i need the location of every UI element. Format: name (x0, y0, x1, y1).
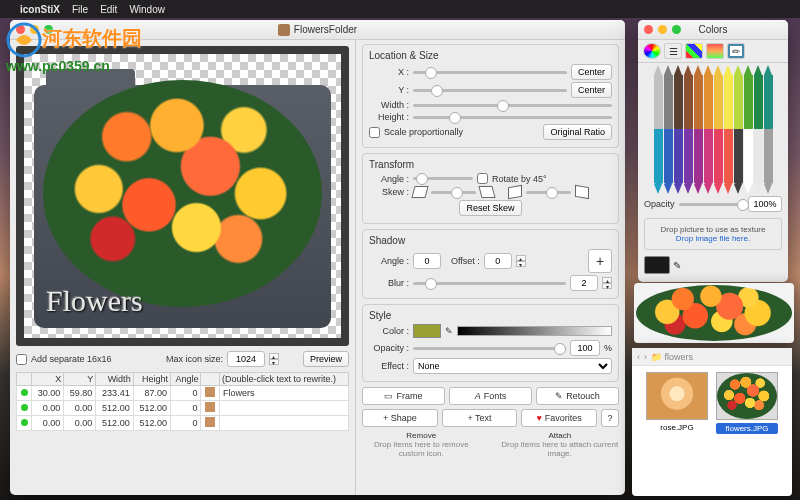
layers-table[interactable]: XYWidthHeightAngle(Double-click text to … (16, 372, 349, 431)
pencil-color[interactable] (714, 75, 723, 130)
shadow-preview[interactable]: + (588, 249, 612, 273)
preview-button[interactable]: Preview (303, 351, 349, 367)
pencil-color[interactable] (734, 75, 743, 130)
shadow-offset-input[interactable] (484, 253, 512, 269)
fwd-icon[interactable]: › (644, 352, 647, 362)
pencil-color[interactable] (684, 129, 693, 184)
pencil-color[interactable] (724, 129, 733, 184)
table-header[interactable]: Y (64, 373, 96, 386)
pencil-color[interactable] (684, 75, 693, 130)
canvas[interactable]: Flowers (16, 46, 349, 346)
sliders-icon[interactable]: ☰ (664, 43, 682, 59)
add-16x16-checkbox[interactable] (16, 354, 27, 365)
original-ratio-button[interactable]: Original Ratio (543, 124, 612, 140)
blur-input[interactable] (570, 275, 598, 291)
bouquet-image[interactable] (43, 80, 322, 307)
zoom-icon[interactable] (44, 25, 53, 34)
pencils-icon[interactable]: ✏ (727, 43, 745, 59)
eyedropper-icon[interactable]: ✎ (445, 326, 453, 336)
remove-dropzone[interactable]: RemoveDrop items here to remove custom i… (362, 431, 481, 458)
table-header[interactable]: X (32, 373, 64, 386)
pencil-color[interactable] (654, 75, 663, 130)
minimize-icon[interactable] (30, 25, 39, 34)
width-slider[interactable] (413, 104, 612, 107)
offset-stepper[interactable]: ▴▾ (516, 255, 526, 267)
x-slider[interactable] (413, 71, 567, 74)
max-icon-input[interactable] (227, 351, 265, 367)
current-color-well[interactable] (644, 256, 670, 274)
table-row[interactable]: 0.000.00512.00512.000 (17, 416, 349, 431)
add-shape-button[interactable]: + Shape (362, 409, 438, 427)
tint-slider[interactable] (457, 326, 612, 336)
angle-slider[interactable] (413, 177, 473, 180)
pencil-color[interactable] (764, 129, 773, 184)
pencil-color[interactable] (674, 75, 683, 130)
opacity-input[interactable] (570, 340, 600, 356)
pencil-color[interactable] (734, 129, 743, 184)
color-well[interactable] (413, 324, 441, 338)
fonts-button[interactable]: A Fonts (449, 387, 532, 405)
pencil-color[interactable] (754, 75, 763, 130)
attach-dropzone[interactable]: AttachDrop items here to attach current … (501, 431, 620, 458)
pencil-color[interactable] (664, 129, 673, 184)
window-menu[interactable]: Window (129, 4, 165, 15)
table-header[interactable] (17, 373, 32, 386)
y-slider[interactable] (413, 89, 567, 92)
frame-button[interactable]: ▭ Frame (362, 387, 445, 405)
scale-prop-checkbox[interactable] (369, 127, 380, 138)
close-icon[interactable] (16, 25, 25, 34)
palette-icon[interactable] (685, 43, 703, 59)
pencil-picker[interactable] (638, 63, 788, 193)
table-header[interactable]: Height (133, 373, 170, 386)
folder-preview[interactable]: Flowers (34, 64, 331, 328)
texture-dropzone[interactable]: Drop picture to use as texture Drop imag… (644, 218, 782, 250)
pencil-color[interactable] (674, 129, 683, 184)
pencil-color[interactable] (654, 129, 663, 184)
table-header[interactable]: Width (96, 373, 133, 386)
minimize-icon[interactable] (658, 25, 667, 34)
rotate45-checkbox[interactable] (477, 173, 488, 184)
skew-v-slider[interactable] (526, 191, 571, 194)
effect-select[interactable]: None (413, 358, 612, 374)
shadow-angle-input[interactable] (413, 253, 441, 269)
canvas-text[interactable]: Flowers (46, 284, 143, 318)
pencil-color[interactable] (694, 129, 703, 184)
edit-menu[interactable]: Edit (100, 4, 117, 15)
pencil-color[interactable] (664, 75, 673, 130)
file-menu[interactable]: File (72, 4, 88, 15)
pencil-color[interactable] (724, 75, 733, 130)
titlebar[interactable]: FlowersFolder (10, 20, 625, 40)
add-text-button[interactable]: + Text (442, 409, 518, 427)
pencil-color[interactable] (704, 75, 713, 130)
retouch-button[interactable]: ✎ Retouch (536, 387, 619, 405)
eyedropper-icon[interactable]: ✎ (673, 260, 681, 271)
wheel-icon[interactable] (643, 43, 661, 59)
table-row[interactable]: 0.000.00512.00512.000 (17, 401, 349, 416)
back-icon[interactable]: ‹ (637, 352, 640, 362)
pencil-color[interactable] (714, 129, 723, 184)
close-icon[interactable] (644, 25, 653, 34)
height-slider[interactable] (413, 116, 612, 119)
zoom-icon[interactable] (672, 25, 681, 34)
opacity-slider[interactable] (413, 347, 566, 350)
table-row[interactable]: 30.0059.80233.4187.000Flowers (17, 386, 349, 401)
app-menu[interactable]: iconStiX (20, 4, 60, 15)
pencil-color[interactable] (694, 75, 703, 130)
help-button[interactable]: ? (601, 409, 619, 427)
pencil-color[interactable] (744, 75, 753, 130)
y-center-button[interactable]: Center (571, 82, 612, 98)
colors-opacity-input[interactable] (748, 196, 782, 212)
favorites-button[interactable]: ♥ Favorites (521, 409, 597, 427)
table-header[interactable] (201, 373, 219, 386)
colors-opacity-slider[interactable] (679, 203, 744, 206)
pencil-color[interactable] (704, 129, 713, 184)
skew-h-slider[interactable] (431, 191, 476, 194)
blur-slider[interactable] (413, 282, 566, 285)
blur-stepper[interactable]: ▴▾ (602, 277, 612, 289)
file-item[interactable]: rose.JPG (646, 372, 708, 434)
drag-thumbnail[interactable] (702, 292, 752, 334)
pencil-color[interactable] (764, 75, 773, 130)
table-header[interactable]: Angle (171, 373, 201, 386)
x-center-button[interactable]: Center (571, 64, 612, 80)
reset-skew-button[interactable]: Reset Skew (459, 200, 521, 216)
